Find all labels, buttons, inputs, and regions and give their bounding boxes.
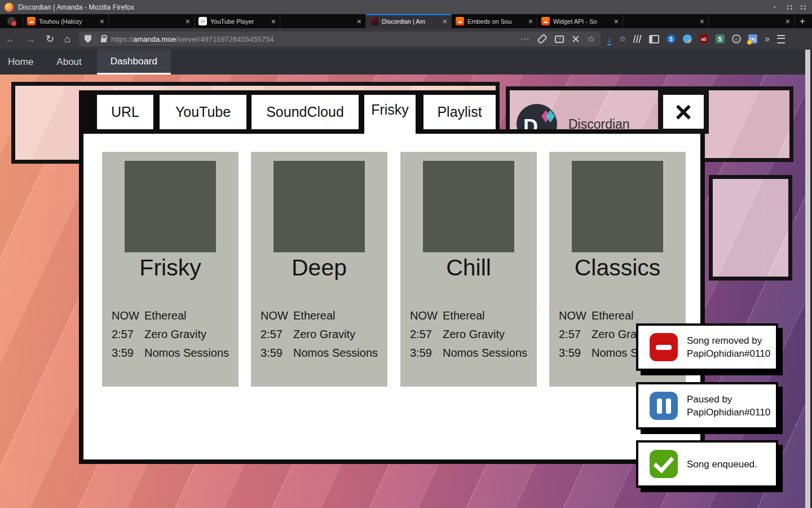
minus-icon (650, 333, 678, 361)
tab-title: Widget API - So (553, 18, 612, 25)
toast-text: Paused by PapiOphidian#0110 (687, 393, 773, 419)
station-card-deep[interactable]: Deep NOWEthereal 2:57Zero Gravity 3:59No… (251, 152, 387, 387)
brain-extension-icon[interactable]: ◎ (732, 34, 741, 43)
window-title: Discordian | Amanda - Mozilla Firefox (18, 3, 134, 11)
overflow-chevron-icon[interactable]: » (765, 34, 770, 44)
toast-enqueued: Song enqueued. (636, 440, 778, 488)
station-art-placeholder (423, 161, 514, 252)
new-tab-button[interactable]: + (794, 14, 810, 28)
lock-icon[interactable] (101, 38, 107, 42)
window-titlebar: Discordian | Amanda - Mozilla Firefox (0, 0, 812, 14)
reload-icon[interactable]: ↻ (46, 33, 54, 45)
toast-text: Song removed by PapiOphidian#0110 (687, 334, 773, 360)
schedule-time: 2:57 (261, 327, 293, 341)
schedule-title: Nomos Sessions (443, 346, 527, 360)
library-icon[interactable] (633, 35, 642, 43)
library-star-icon[interactable]: ☆ (619, 34, 626, 44)
tab-close-icon[interactable]: × (614, 17, 619, 25)
window-controls (774, 5, 806, 10)
tab-title: YouTube Player (210, 18, 269, 25)
close-window-button[interactable] (801, 5, 806, 10)
station-schedule: NOWEthereal 2:57Zero Gravity 3:59Nomos S… (261, 309, 384, 365)
browser-tab-touhou[interactable]: ☁ Touhou (Halozy × (23, 14, 108, 28)
schedule-title: Nomos Sessions (144, 346, 229, 360)
stylus-extension-icon[interactable]: S (716, 34, 725, 43)
page-actions-icon[interactable]: ⋯ (521, 34, 529, 44)
translate-extension-icon[interactable]: [A] (748, 34, 757, 43)
maximize-button[interactable] (787, 5, 793, 10)
schedule-time: NOW (261, 309, 293, 322)
url-input[interactable]: https://amanda.moe/server/49715972645545… (79, 32, 601, 46)
schedule-title: Zero Gravity (293, 327, 355, 341)
schedule-time: NOW (112, 309, 144, 322)
tab-close-icon[interactable]: × (443, 17, 447, 25)
tab-close-icon[interactable]: × (785, 17, 790, 25)
modal-close-button[interactable]: × (658, 90, 709, 134)
tab-close-icon[interactable]: × (357, 17, 361, 25)
schedule-title: Zero Gravity (443, 327, 505, 341)
station-art-placeholder (572, 161, 663, 252)
firefox-window: Discordian | Amanda - Mozilla Firefox ☁ … (0, 0, 812, 508)
station-art-placeholder (273, 161, 365, 252)
schedule-title: Zero Gravity (144, 327, 206, 341)
copy-link-icon[interactable] (536, 33, 547, 44)
schedule-time: 3:59 (261, 346, 293, 360)
server-card-right[interactable] (709, 175, 792, 281)
tab-title: Touhou (Halozy (39, 18, 98, 25)
tracking-shield-icon[interactable] (85, 35, 91, 43)
bookmark-star-icon[interactable]: ☆ (588, 34, 595, 44)
tab-close-icon[interactable]: × (271, 17, 276, 25)
pinned-tab[interactable] (0, 14, 23, 28)
skype-extension-icon[interactable]: S (667, 34, 676, 43)
tab-soundcloud[interactable]: SoundCloud (251, 95, 359, 129)
back-icon[interactable]: ← (5, 33, 15, 45)
browser-tab-widget-api[interactable]: ☁ Widget API - So × (537, 14, 623, 28)
url-host: amanda.moe (133, 35, 176, 43)
forward-icon[interactable]: → (25, 33, 36, 45)
schedule-time: 2:57 (559, 327, 592, 341)
tab-close-icon[interactable]: × (100, 17, 104, 25)
screenshot-icon[interactable] (572, 35, 580, 43)
nav-item-dashboard[interactable]: Dashboard (97, 50, 171, 75)
tab-close-icon[interactable]: × (186, 17, 190, 25)
browser-tab-youtube-player[interactable]: ‹› YouTube Player × (194, 14, 280, 28)
browser-tab-embeds[interactable]: ☁ Embeds on Sou × (451, 14, 537, 28)
browser-tab-empty-3[interactable]: × (623, 14, 708, 28)
tab-youtube[interactable]: YouTube (160, 95, 246, 129)
schedule-time: NOW (559, 309, 592, 322)
minimize-button[interactable] (774, 5, 779, 10)
nav-item-home[interactable]: Home (0, 50, 41, 75)
camera-extension-icon[interactable] (683, 34, 692, 43)
schedule-title: Ethereal (443, 309, 485, 322)
page-background: Home About Dashboard D. Discordian URL Y… (0, 50, 812, 508)
browser-toolbar: ← → ↻ ⌂ https://amanda.moe/server/497159… (0, 28, 812, 50)
tab-close-icon[interactable]: × (528, 17, 533, 25)
site-navbar: Home About Dashboard (0, 50, 812, 75)
browser-tab-empty-2[interactable]: × (280, 14, 365, 28)
ublock-extension-icon[interactable]: uD (699, 34, 708, 43)
tab-url[interactable]: URL (97, 95, 153, 129)
sidebar-icon[interactable] (649, 35, 659, 43)
send-to-device-icon[interactable] (555, 36, 564, 43)
home-icon[interactable]: ⌂ (64, 33, 70, 45)
hamburger-menu-icon[interactable] (777, 35, 785, 43)
schedule-title: Ethereal (144, 309, 187, 322)
schedule-time: 2:57 (112, 327, 144, 341)
page-scrollbar[interactable] (805, 50, 810, 508)
nav-item-about[interactable]: About (48, 50, 89, 75)
schedule-time: NOW (410, 309, 443, 322)
tab-playlist[interactable]: Playlist (423, 95, 496, 129)
station-card-chill[interactable]: Chill NOWEthereal 2:57Zero Gravity 3:59N… (400, 152, 537, 387)
browser-tab-discordian-active[interactable]: Discordian | Am × (365, 14, 451, 28)
code-right-glyph: › (203, 17, 205, 25)
schedule-time: 3:59 (410, 346, 443, 360)
station-card-frisky[interactable]: Frisky NOWEthereal 2:57Zero Gravity 3:59… (102, 152, 239, 387)
pinned-tab-badge-icon (7, 17, 16, 25)
browser-tab-empty-1[interactable]: × (108, 14, 194, 28)
station-name: Classics (549, 255, 686, 281)
browser-tab-empty-4[interactable]: × (708, 14, 794, 28)
pause-icon (650, 392, 678, 420)
tab-frisky-active[interactable]: Frisky (364, 95, 416, 142)
tab-close-icon[interactable]: × (700, 17, 704, 25)
downloads-icon[interactable]: ↓ (607, 34, 612, 44)
